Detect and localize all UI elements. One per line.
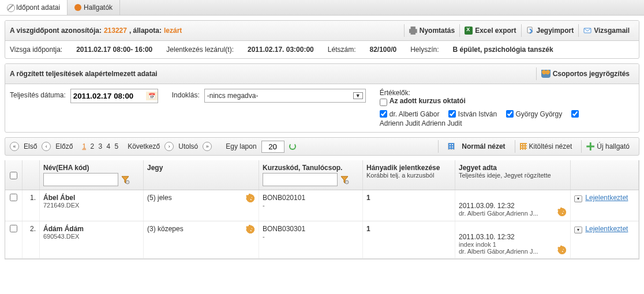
- first-label[interactable]: Első: [24, 142, 37, 150]
- group-grade-label: Csoportos jegyrögzítés: [553, 70, 630, 78]
- given-time: 2011.03.10. 12:32: [459, 233, 538, 241]
- page-4[interactable]: 4: [105, 142, 111, 150]
- svg-point-3: [345, 180, 349, 184]
- new-student-button[interactable]: Új hallgató: [581, 140, 634, 153]
- checkbox[interactable]: [380, 110, 387, 118]
- calendar-icon[interactable]: 📅: [146, 92, 158, 100]
- import-label: Jegyimport: [537, 27, 574, 35]
- summary-toolbar: Nyomtatás Excel export Jegyimport Vizsga…: [404, 24, 634, 37]
- cell-given: 2011.03.10. 12:32 index indok 1 dr. Albe…: [455, 221, 571, 258]
- normal-view-button[interactable]: Normál nézet: [438, 140, 510, 153]
- eha-code: 721649.DEX: [43, 202, 140, 209]
- study-group: -: [263, 233, 359, 240]
- deregister-link[interactable]: Lejelentkeztet: [585, 194, 628, 202]
- tab-label: Hallgatók: [84, 3, 113, 12]
- cell-grade: (5) jeles: [144, 190, 259, 221]
- page-1[interactable]: 1: [81, 142, 87, 150]
- mail-label: Vizsgamail: [594, 27, 630, 35]
- import-icon: [526, 27, 534, 35]
- page-3[interactable]: 3: [97, 142, 103, 150]
- gear-icon[interactable]: [246, 194, 255, 203]
- table-row: 1. Ábel Ábel 721649.DEX (5) jeles BONB02…: [5, 190, 639, 221]
- summary-header: A viszgidőpont azonosítója: 213227 , áll…: [5, 21, 639, 41]
- prev-page-button[interactable]: ‹: [42, 142, 51, 151]
- defaults-form: Teljesítés dátuma: 📅 Indoklás: -nincs me…: [5, 84, 639, 132]
- funnel-icon[interactable]: [121, 175, 130, 184]
- defaults-header: A rögzített teljesítések alapértelmezett…: [5, 64, 639, 84]
- cell-course: BONB020101 -: [259, 190, 363, 221]
- gear-icon[interactable]: [557, 246, 567, 255]
- cell-attempt: 1: [363, 221, 455, 258]
- col-attempt-sub: Korábbi telj. a kurzusból: [366, 172, 451, 179]
- col-attempt-title: Hányadik jelentkezése: [366, 164, 451, 172]
- perpage-input[interactable]: [261, 141, 284, 153]
- reason-select[interactable]: -nincs megadva- ▼: [204, 89, 366, 103]
- gear-icon[interactable]: [557, 208, 567, 217]
- attempt-value: 1: [366, 225, 451, 233]
- print-button[interactable]: Nyomtatás: [404, 24, 459, 37]
- page-2[interactable]: 2: [89, 142, 95, 150]
- excel-button[interactable]: Excel export: [459, 24, 521, 37]
- mail-button[interactable]: Vizsgamail: [578, 24, 634, 37]
- table-row: 2. Ádám Ádám 690543.DEX (3) közepes BONB…: [5, 221, 639, 259]
- cell-grade: (3) közepes: [144, 221, 259, 258]
- course-filter-input[interactable]: [263, 173, 338, 186]
- dropdown-icon[interactable]: ▾: [574, 195, 582, 202]
- next-label[interactable]: Következő: [128, 142, 160, 150]
- status-label: , állapota:: [129, 27, 162, 35]
- eval-person-4[interactable]: [571, 110, 579, 118]
- row-checkbox[interactable]: [10, 225, 17, 232]
- checkbox[interactable]: [448, 110, 456, 118]
- tab-students[interactable]: Hallgatók: [68, 0, 120, 15]
- next-page-button[interactable]: ›: [164, 142, 174, 151]
- dropdown-icon[interactable]: ▾: [574, 227, 582, 233]
- checkbox[interactable]: [506, 110, 514, 118]
- col-name: Név(EHA kód): [40, 160, 144, 190]
- study-group: -: [263, 202, 359, 209]
- last-page-button[interactable]: »: [203, 142, 212, 151]
- id-value: 213227: [104, 27, 127, 35]
- deregister-link[interactable]: Lejelentkeztet: [585, 225, 628, 233]
- evaluators-block: Értékelők: Az adott kurzus oktatói dr. A…: [380, 89, 634, 127]
- page-numbers: 1 2 3 4 5: [81, 142, 119, 150]
- course-code: BONB020101: [263, 194, 359, 202]
- checkall-checkbox[interactable]: [10, 172, 17, 179]
- tab-label: Időpont adatai: [16, 3, 60, 12]
- eval-course-teachers[interactable]: Az adott kurzus oktatói: [380, 97, 466, 107]
- tabs-bar: Időpont adatai Hallgatók: [0, 0, 644, 16]
- eval-person-2[interactable]: István István: [448, 110, 497, 118]
- attempt-value: 1: [366, 194, 451, 202]
- name-filter-input[interactable]: [43, 173, 118, 186]
- funnel-icon[interactable]: [340, 175, 349, 184]
- group-grade-button[interactable]: Csoportos jegyrögzítés: [536, 67, 634, 80]
- cell-action: ▾ Lejelentkeztet: [571, 190, 639, 221]
- date-input-wrap: 📅: [70, 89, 158, 103]
- eval-course-label: Az adott kurzus oktatói: [390, 97, 466, 105]
- tab-schedule[interactable]: Időpont adatai: [0, 0, 68, 15]
- print-icon: [409, 27, 417, 35]
- eval-person-3[interactable]: György György: [506, 110, 563, 118]
- users-icon: [541, 70, 551, 78]
- first-page-button[interactable]: «: [10, 142, 19, 151]
- checkbox[interactable]: [380, 99, 387, 106]
- cell-given: 2011.03.09. 12:32 dr. Alberti Gábor,Adri…: [455, 190, 571, 221]
- col-course-title: Kurzuskód, Tanulócsop.: [263, 164, 359, 172]
- fill-view-button[interactable]: Kitöltési nézet: [515, 140, 577, 153]
- import-button[interactable]: Jegyimport: [521, 24, 579, 37]
- prev-label[interactable]: Előző: [55, 142, 73, 150]
- page-5[interactable]: 5: [114, 142, 120, 150]
- refresh-icon[interactable]: [289, 143, 296, 150]
- given-reason: index indok 1: [459, 241, 538, 248]
- eval-name: György György: [516, 110, 563, 118]
- col-checkall: [5, 160, 23, 190]
- last-label[interactable]: Utolsó: [178, 142, 198, 150]
- pager-bar: « Első ‹ Előző 1 2 3 4 5 Következő › Uto…: [5, 137, 639, 156]
- eval-person-1[interactable]: dr. Alberti Gábor: [380, 110, 440, 118]
- gear-icon[interactable]: [246, 225, 255, 234]
- cell-attempt: 1: [363, 190, 455, 221]
- col-given-title: Jegyet adta: [459, 164, 567, 172]
- checkbox[interactable]: [571, 110, 579, 118]
- chevron-down-icon[interactable]: ▼: [353, 92, 363, 99]
- row-checkbox[interactable]: [10, 194, 17, 201]
- date-input[interactable]: [71, 89, 146, 103]
